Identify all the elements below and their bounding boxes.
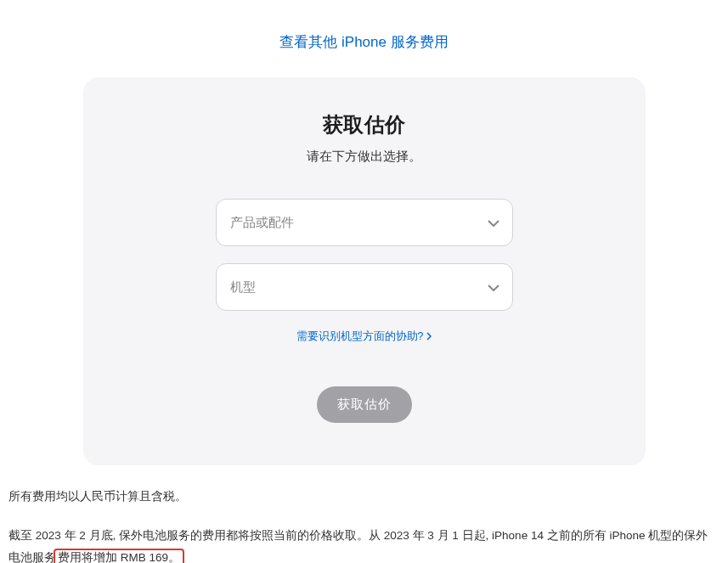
card-subtitle: 请在下方做出选择。 bbox=[109, 149, 620, 165]
model-select[interactable]: 机型 bbox=[216, 263, 513, 311]
help-link-label: 需要识别机型方面的协助? bbox=[296, 329, 424, 344]
footer-price-note: 截至 2023 年 2 月底, 保外电池服务的费用都将按照当前的价格收取。从 2… bbox=[8, 525, 720, 563]
footer-price-highlight: 费用将增加 RMB 169。 bbox=[54, 549, 184, 563]
card-title: 获取估价 bbox=[109, 111, 620, 138]
estimate-card: 获取估价 请在下方做出选择。 产品或配件 机型 需要识别机型方面的协助? 获取估… bbox=[83, 77, 646, 465]
product-select[interactable]: 产品或配件 bbox=[216, 199, 513, 246]
identify-model-help-link[interactable]: 需要识别机型方面的协助? bbox=[296, 329, 432, 344]
footer-tax-note: 所有费用均以人民币计算且含税。 bbox=[8, 489, 720, 504]
get-estimate-button[interactable]: 获取估价 bbox=[317, 386, 412, 423]
footer-notes: 所有费用均以人民币计算且含税。 截至 2023 年 2 月底, 保外电池服务的费… bbox=[0, 465, 728, 563]
chevron-right-icon bbox=[426, 331, 432, 343]
view-other-services-link[interactable]: 查看其他 iPhone 服务费用 bbox=[279, 34, 448, 50]
